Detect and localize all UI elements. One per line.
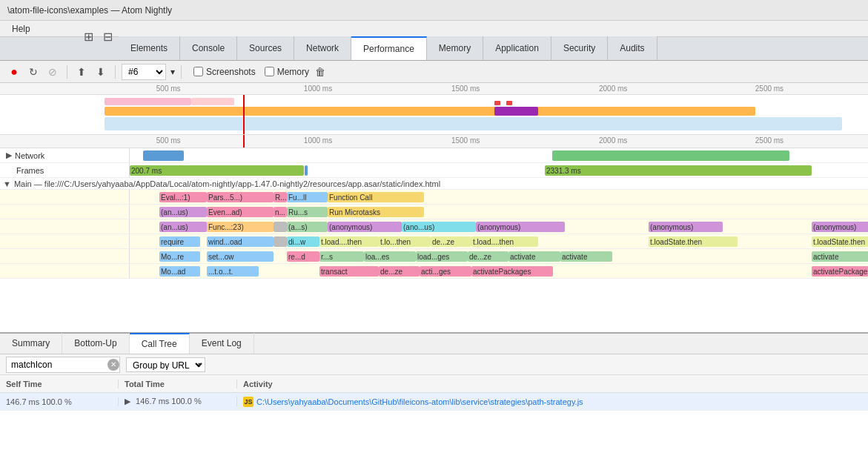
tab-bottom-up[interactable]: Bottom-Up xyxy=(62,333,129,354)
main-row-5-content: Mo...re set...ow re...d r...s loa...es l… xyxy=(130,249,868,263)
tab-network[interactable]: Network xyxy=(294,36,351,60)
tab-console[interactable]: Console xyxy=(180,36,237,60)
download-button[interactable]: ⬇ xyxy=(93,64,109,80)
bar-transact[interactable]: transact xyxy=(319,266,379,277)
record-button[interactable]: ● xyxy=(6,64,22,80)
group-by-select[interactable]: Group by URL xyxy=(126,357,205,372)
bar-activate3[interactable]: activate xyxy=(812,251,868,262)
menu-help[interactable]: Help xyxy=(6,22,36,36)
tab-elements[interactable]: Elements xyxy=(119,36,180,60)
tab-sources[interactable]: Sources xyxy=(237,36,294,60)
tab-summary[interactable]: Summary xyxy=(0,333,62,354)
title-text: \atom-file-icons\examples — Atom Nightly xyxy=(7,5,172,16)
bar-tot[interactable]: ...t.o...t. xyxy=(207,266,259,277)
devtools-icon-1[interactable]: ⊞ xyxy=(80,28,96,44)
tab-event-log[interactable]: Event Log xyxy=(190,333,254,354)
bar-tloadstate2[interactable]: t.loadState.then xyxy=(812,236,868,247)
bar-loaes[interactable]: loa...es xyxy=(364,251,416,262)
bar-even-ad[interactable]: Even...ad) xyxy=(207,207,274,217)
bar-as[interactable]: (a...s) xyxy=(287,222,328,232)
bar-wind-oad[interactable]: wind...oad xyxy=(207,236,274,247)
bar-deze3[interactable]: de...ze xyxy=(379,266,420,277)
bar-moad[interactable]: Mo...ad xyxy=(159,266,200,277)
bar-red[interactable]: re...d xyxy=(287,251,319,262)
bar-actpkg2[interactable]: activatePackages xyxy=(812,266,868,277)
frames-content: 200.7 ms 2331.3 ms xyxy=(130,163,868,177)
bar-rus[interactable]: Ru...s xyxy=(287,207,328,217)
bar-diw[interactable]: di...w xyxy=(287,236,319,247)
upload-button[interactable]: ⬆ xyxy=(73,64,90,80)
bar-actpkg1[interactable]: activatePackages xyxy=(471,266,553,277)
bar-tload3[interactable]: t.load....then xyxy=(471,236,538,247)
bar-an-us-2[interactable]: (an...us) xyxy=(159,222,207,232)
bar-setow[interactable]: set...ow xyxy=(207,251,274,262)
main-row-1-content: Eval...:1) Pars...5...) R... Fu...ll Fun… xyxy=(130,190,868,204)
bar-n[interactable]: n... xyxy=(274,207,287,217)
tab-security[interactable]: Security xyxy=(551,36,608,60)
bar-deze2[interactable]: de...ze xyxy=(468,251,508,262)
bar-loadges[interactable]: load...ges xyxy=(416,251,468,262)
screenshots-label[interactable]: Screenshots xyxy=(193,67,256,77)
main-row-6: Mo...ad ...t.o...t. transact de...ze act… xyxy=(0,264,868,279)
divider-3 xyxy=(181,65,182,79)
bar-function-call[interactable]: Function Call xyxy=(328,192,424,202)
tab-performance[interactable]: Performance xyxy=(351,36,427,60)
bar-anon-5[interactable]: (anonymous) xyxy=(812,222,868,232)
bar-more[interactable]: Mo...re xyxy=(159,251,200,262)
bar-actigesm[interactable]: acti...ges xyxy=(420,266,471,277)
expand-triangle[interactable]: ▶ xyxy=(125,397,130,406)
bar-deze1[interactable]: de...ze xyxy=(431,236,471,247)
bar-tload1[interactable]: t.load....then xyxy=(319,236,379,247)
screenshots-checkbox[interactable] xyxy=(193,67,203,76)
main-row-1: Eval...:1) Pars...5...) R... Fu...ll Fun… xyxy=(0,190,868,205)
clear-button[interactable]: 🗑 xyxy=(315,66,325,78)
tab-application[interactable]: Application xyxy=(483,36,551,60)
bar-activate2[interactable]: activate xyxy=(560,251,612,262)
bar-anon-4[interactable]: (anonymous) xyxy=(649,222,723,232)
bar-run-micro[interactable]: Run Microtasks xyxy=(328,207,424,217)
refresh-button[interactable]: ↻ xyxy=(25,64,42,80)
bar-r1[interactable]: R... xyxy=(274,192,287,202)
frames-bar-1: 200.7 ms xyxy=(130,165,304,176)
stop-button[interactable]: ⊘ xyxy=(44,64,61,80)
devtools-icon-2[interactable]: ⊟ xyxy=(99,28,116,44)
bar-tloadstate1[interactable]: t.loadState.then xyxy=(649,236,738,247)
table-row[interactable]: 146.7 ms 100.0 % ▶ 146.7 ms 100.0 % JS C… xyxy=(0,393,868,411)
tab-memory[interactable]: Memory xyxy=(427,36,483,60)
bar-gray-1[interactable] xyxy=(274,222,287,232)
perf-toolbar: ● ↻ ⊘ ⬆ ⬇ #6 ▾ Screenshots Memory 🗑 xyxy=(0,61,868,83)
overview-panel[interactable]: 500 ms 1000 ms 1500 ms 2000 ms 2500 ms xyxy=(0,83,868,135)
tab-audits[interactable]: Audits xyxy=(608,36,657,60)
bar-eval[interactable]: Eval...:1) xyxy=(159,192,207,202)
cell-activity: JS C:\Users\yahyaaba\Documents\GitHub\fi… xyxy=(237,397,868,407)
bottom-table: Self Time Total Time Activity 146.7 ms 1… xyxy=(0,375,868,473)
cell-self-time: 146.7 ms 100.0 % xyxy=(0,397,119,406)
bar-anon-2[interactable]: (ano...us) xyxy=(402,222,476,232)
detail-tick-1000: 1000 ms xyxy=(304,136,332,145)
bar-gray-2[interactable] xyxy=(274,236,287,247)
memory-checkbox[interactable] xyxy=(265,67,274,76)
bar-tload2[interactable]: t.lo...then xyxy=(379,236,431,247)
bar-anon-3[interactable]: (anonymous) xyxy=(476,222,565,232)
divider-1 xyxy=(67,65,67,79)
bar-an-us-1[interactable]: (an...us) xyxy=(159,207,207,217)
frames-row: Frames 200.7 ms 2331.3 ms xyxy=(0,163,868,178)
network-expand[interactable]: ▶ xyxy=(6,150,12,160)
main-row-2-content: (an...us) Even...ad) n... Ru...s Run Mic… xyxy=(130,205,868,219)
memory-label[interactable]: Memory xyxy=(265,67,309,77)
bar-rs[interactable]: r...s xyxy=(319,251,364,262)
main-expand[interactable]: ▼ xyxy=(3,179,11,188)
bar-require[interactable]: require xyxy=(159,236,200,247)
frames-bar-3: 2331.3 ms xyxy=(545,165,812,176)
bar-anon-1[interactable]: (anonymous) xyxy=(328,222,402,232)
cell-total-time: ▶ 146.7 ms 100.0 % xyxy=(119,397,237,406)
bar-full[interactable]: Fu...ll xyxy=(287,192,328,202)
tab-call-tree[interactable]: Call Tree xyxy=(130,333,190,354)
profile-select[interactable]: #6 xyxy=(122,64,166,80)
bottom-tabs: Summary Bottom-Up Call Tree Event Log xyxy=(0,334,868,354)
bar-parse[interactable]: Pars...5...) xyxy=(207,192,274,202)
bar-func-23[interactable]: Func...:23) xyxy=(207,222,274,232)
search-input[interactable] xyxy=(7,357,110,372)
bar-activate1[interactable]: activate xyxy=(508,251,560,262)
clear-search-button[interactable]: ✕ xyxy=(107,359,119,371)
